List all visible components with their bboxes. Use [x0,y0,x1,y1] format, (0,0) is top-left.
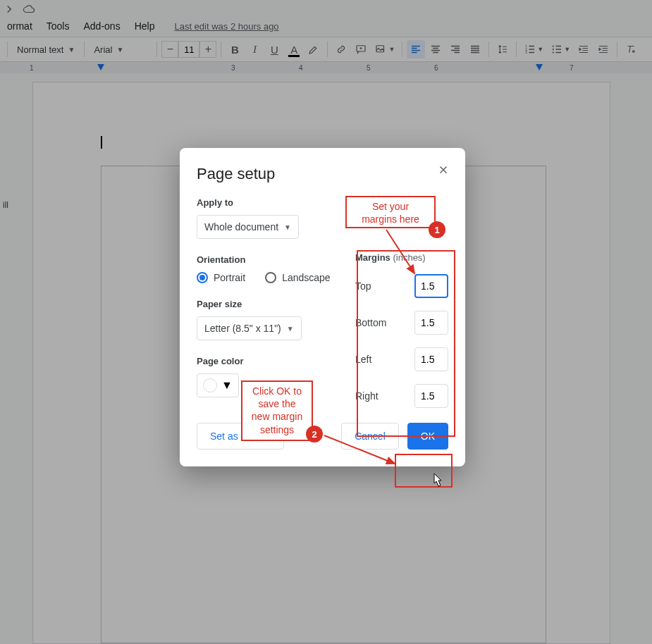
svg-point-7 [553,51,554,53]
orientation-label: Orientation [197,254,341,265]
increase-indent-button[interactable] [594,40,613,58]
page-color-label: Page color [197,356,341,366]
align-right-button[interactable] [446,40,465,58]
menu-addons[interactable]: Add-ons [76,18,127,35]
menu-format[interactable]: ormat [0,18,39,35]
annotation-1-line1: Set your [372,201,409,212]
ruler-tick: 1 [30,64,34,72]
clear-formatting-button[interactable] [622,40,640,58]
chevron-down-icon: ▼ [116,46,123,54]
radio-icon [265,272,276,283]
color-swatch-icon [203,378,217,392]
paper-size-label: Paper size [197,299,341,309]
ruler-tick: 4 [299,64,303,72]
annotation-2-line3: new margin [252,411,302,422]
svg-point-6 [553,49,554,50]
portrait-label: Portrait [214,272,245,283]
font-size-stepper: − + [161,41,216,58]
annotation-callout-2: Click OK to save the new margin settings [241,380,313,441]
decrease-indent-button[interactable] [574,40,593,58]
horizontal-ruler: 1 3 4 5 6 7 [0,62,652,73]
annotation-badge-1: 1 [429,221,445,238]
apply-to-label: Apply to [197,197,341,208]
dialog-title: Page setup [197,165,448,183]
annotation-highlight-margins [357,250,455,437]
line-spacing-button[interactable] [493,40,512,58]
chevron-down-icon: ▼ [221,379,233,392]
add-comment-button[interactable] [352,40,370,58]
chevron-down-icon: ▼ [68,46,75,54]
orientation-landscape-radio[interactable]: Landscape [265,272,331,283]
annotation-1-line2: margins here [362,213,419,225]
svg-text:3: 3 [526,51,528,54]
ruler-tick: 3 [231,64,235,72]
chevron-down-icon: ▼ [287,325,294,333]
paper-size-value: Letter (8.5" x 11") [204,323,281,334]
align-justify-button[interactable] [466,40,484,58]
cursor-pointer-icon [430,472,444,489]
apply-to-dropdown[interactable]: Whole document ▼ [197,215,299,239]
truncated-text: ill [3,200,8,210]
last-edit-info[interactable]: Last edit was 2 hours ago [174,21,278,32]
bulleted-list-button[interactable]: ▼ [548,40,573,58]
annotation-2-line2: save the [259,398,296,409]
right-indent-marker[interactable] [536,64,543,70]
orientation-portrait-radio[interactable]: Portrait [197,272,245,283]
align-center-button[interactable] [426,40,445,58]
underline-button[interactable]: U [265,40,283,58]
font-size-input[interactable] [178,41,199,58]
menu-tools[interactable]: Tools [39,18,77,35]
ruler-tick: 7 [570,64,574,72]
italic-button[interactable]: I [245,40,264,58]
landscape-label: Landscape [282,272,331,283]
left-indent-marker[interactable] [97,64,104,70]
radio-selected-icon [197,272,208,283]
menubar: ormat Tools Add-ons Help Last edit was 2… [0,16,652,37]
annotation-callout-1: Set your margins here [345,196,436,228]
font-family-dropdown[interactable]: Arial ▼ [89,40,152,58]
close-button[interactable] [437,163,450,179]
font-family-label: Arial [94,44,112,55]
paper-size-dropdown[interactable]: Letter (8.5" x 11") ▼ [197,316,302,340]
close-icon [437,163,450,176]
text-color-button[interactable]: A [285,40,303,58]
annotation-badge-2: 2 [306,426,323,442]
insert-link-button[interactable] [332,40,350,58]
numbered-list-button[interactable]: 123▼ [521,40,546,58]
paragraph-style-label: Normal text [17,44,63,55]
increase-font-button[interactable]: + [199,41,216,58]
chevron-down-icon: ▼ [284,223,291,231]
page-color-picker[interactable]: ▼ [197,373,239,397]
annotation-2-line1: Click OK to [252,385,302,397]
svg-point-5 [553,45,554,47]
highlight-button[interactable] [305,40,323,58]
paragraph-style-dropdown[interactable]: Normal text ▼ [12,40,80,58]
decrease-font-button[interactable]: − [161,41,178,58]
ruler-tick: 5 [367,64,371,72]
toolbar: Normal text ▼ Arial ▼ − + B I U A ▼ 123▼… [0,37,652,62]
menu-help[interactable]: Help [128,18,162,35]
text-caret [101,136,102,149]
insert-image-button[interactable]: ▼ [371,40,398,58]
align-left-button[interactable] [407,40,425,58]
annotation-2-line4: settings [260,424,294,435]
ruler-tick: 6 [434,64,438,72]
apply-to-value: Whole document [204,221,278,233]
bold-button[interactable]: B [226,40,244,58]
